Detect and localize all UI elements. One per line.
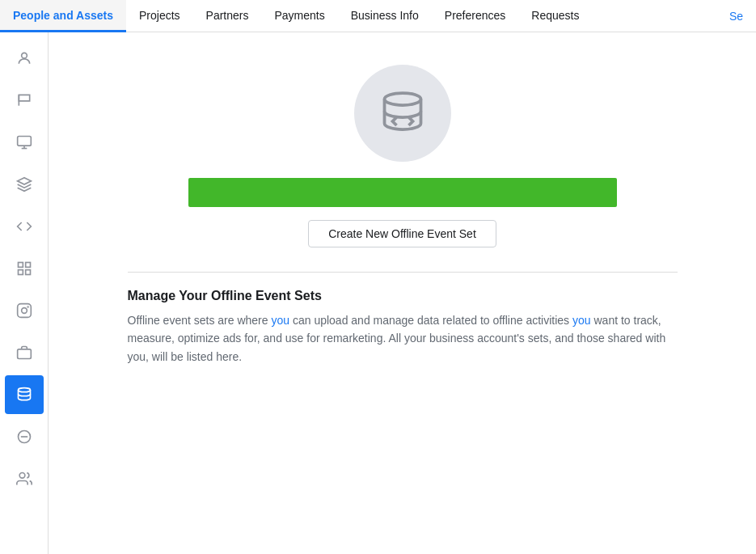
nav-preferences[interactable]: Preferences: [432, 0, 518, 32]
sidebar-item-monitor[interactable]: [5, 123, 44, 162]
link-you-1: you: [271, 314, 289, 327]
database-icon-circle: [354, 65, 451, 162]
svg-rect-12: [17, 349, 31, 359]
sidebar-item-users[interactable]: [5, 459, 44, 498]
sidebar-item-instagram[interactable]: [5, 291, 44, 330]
svg-rect-5: [18, 263, 23, 268]
nav-business-info[interactable]: Business Info: [338, 0, 432, 32]
page-layout: Create New Offline Event Set Manage Your…: [0, 32, 756, 554]
nav-payments[interactable]: Payments: [261, 0, 337, 32]
info-section: Manage Your Offline Event Sets Offline e…: [128, 289, 678, 366]
create-offline-event-set-button[interactable]: Create New Offline Event Set: [308, 220, 496, 247]
nav-people-assets[interactable]: People and Assets: [0, 0, 126, 32]
info-title: Manage Your Offline Event Sets: [128, 289, 678, 303]
svg-point-11: [27, 307, 28, 307]
sidebar-item-grid[interactable]: [5, 249, 44, 288]
nav-requests[interactable]: Requests: [518, 0, 592, 32]
sidebar: [0, 32, 49, 554]
svg-rect-7: [18, 270, 23, 275]
sidebar-item-cube[interactable]: [5, 165, 44, 204]
green-progress-bar: [188, 178, 617, 207]
svg-rect-8: [25, 270, 30, 275]
nav-partners[interactable]: Partners: [193, 0, 262, 32]
sidebar-item-code[interactable]: [5, 207, 44, 246]
sidebar-item-briefcase[interactable]: [5, 333, 44, 372]
svg-point-16: [19, 473, 25, 479]
section-divider: [128, 272, 678, 273]
content-area: Create New Offline Event Set Manage Your…: [49, 32, 756, 382]
sidebar-item-database[interactable]: [5, 375, 44, 414]
top-nav: People and Assets Projects Partners Paym…: [0, 0, 756, 32]
nav-projects[interactable]: Projects: [126, 0, 193, 32]
svg-rect-9: [17, 304, 31, 318]
sidebar-item-circle-minus[interactable]: [5, 417, 44, 456]
nav-right-link[interactable]: Se: [716, 10, 756, 23]
main-content: Create New Offline Event Set Manage Your…: [49, 32, 756, 554]
svg-point-17: [384, 93, 420, 105]
svg-rect-6: [25, 263, 30, 268]
sidebar-item-people[interactable]: [5, 39, 44, 78]
svg-point-10: [21, 308, 27, 314]
sidebar-item-flag[interactable]: [5, 81, 44, 120]
link-you-2: you: [572, 314, 591, 327]
database-large-icon: [378, 89, 427, 137]
svg-rect-2: [17, 137, 31, 146]
svg-point-13: [18, 388, 30, 392]
svg-point-0: [21, 53, 27, 58]
info-text: Offline event sets are where you can upl…: [128, 311, 678, 366]
